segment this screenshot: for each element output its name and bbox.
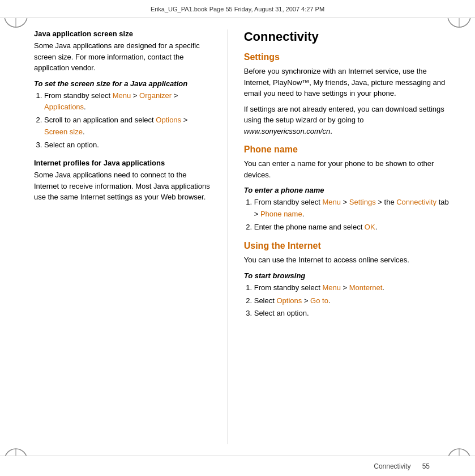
footer-label: Connectivity bbox=[374, 462, 410, 470]
list-item: Enter the phone name and select OK. bbox=[254, 222, 452, 233]
using-internet-subheading: Using the Internet bbox=[244, 241, 452, 251]
header-bar: Erika_UG_PA1.book Page 55 Friday, August… bbox=[0, 0, 475, 18]
monternet-link: Monternet bbox=[349, 283, 383, 292]
phone-name-para: You can enter a name for your phone to b… bbox=[244, 158, 452, 180]
options-link: Options bbox=[156, 116, 181, 124]
connectivity-link: Connectivity bbox=[396, 198, 437, 206]
list-item: From standby select Menu > Settings > th… bbox=[254, 197, 452, 220]
list-item: From standby select Menu > Organizer > A… bbox=[44, 90, 212, 114]
menu-link-3: Menu bbox=[322, 283, 341, 292]
settings-subheading: Settings bbox=[244, 52, 452, 62]
organizer-link: Organizer bbox=[139, 91, 172, 100]
internet-profiles-heading: Internet profiles for Java applications bbox=[34, 159, 212, 167]
connectivity-title: Connectivity bbox=[244, 29, 452, 44]
ok-link: OK bbox=[365, 223, 375, 231]
phone-name-subheading: Phone name bbox=[244, 144, 452, 155]
header-text: Erika_UG_PA1.book Page 55 Friday, August… bbox=[151, 6, 324, 12]
enter-phone-name-step-heading: To enter a phone name bbox=[244, 186, 452, 194]
go-to-link: Go to bbox=[310, 296, 328, 305]
options-link-2: Options bbox=[276, 296, 302, 305]
using-internet-para: You can use the Internet to access onlin… bbox=[244, 254, 452, 266]
list-item: Select Options > Go to. bbox=[254, 295, 452, 307]
menu-link-2: Menu bbox=[322, 198, 341, 206]
settings-para-1: Before you synchronize with an Internet … bbox=[244, 66, 452, 99]
menu-link: Menu bbox=[113, 91, 131, 100]
footer-bar: Connectivity 55 bbox=[0, 456, 475, 476]
start-browsing-step-heading: To start browsing bbox=[244, 271, 452, 280]
start-browsing-steps: From standby select Menu > Monternet. Se… bbox=[254, 282, 452, 320]
set-screen-size-steps: From standby select Menu > Organizer > A… bbox=[44, 90, 212, 151]
screen-size-link: Screen size bbox=[44, 128, 83, 136]
footer-page-number: 55 bbox=[422, 462, 430, 470]
settings-para-2: If settings are not already entered, you… bbox=[244, 104, 452, 137]
list-item: Select an option. bbox=[44, 139, 212, 151]
settings-link: Settings bbox=[349, 198, 376, 206]
internet-profiles-para: Some Java applications need to connect t… bbox=[34, 169, 212, 203]
right-column: Connectivity Settings Before you synchro… bbox=[228, 29, 475, 444]
list-item: Scroll to an application and select Opti… bbox=[44, 114, 212, 138]
set-screen-size-step-heading: To set the screen size for a Java applic… bbox=[34, 79, 212, 88]
java-screen-size-heading: Java application screen size bbox=[34, 29, 212, 38]
list-item: From standby select Menu > Monternet. bbox=[254, 282, 452, 294]
applications-link: Applications bbox=[44, 103, 84, 111]
java-screen-size-para: Some Java applications are designed for … bbox=[34, 40, 212, 74]
main-content: Java application screen size Some Java a… bbox=[0, 18, 475, 456]
phone-name-link: Phone name bbox=[260, 210, 302, 218]
list-item: Select an option. bbox=[254, 308, 452, 320]
phone-name-steps: From standby select Menu > Settings > th… bbox=[254, 197, 452, 233]
left-column: Java application screen size Some Java a… bbox=[0, 29, 228, 444]
